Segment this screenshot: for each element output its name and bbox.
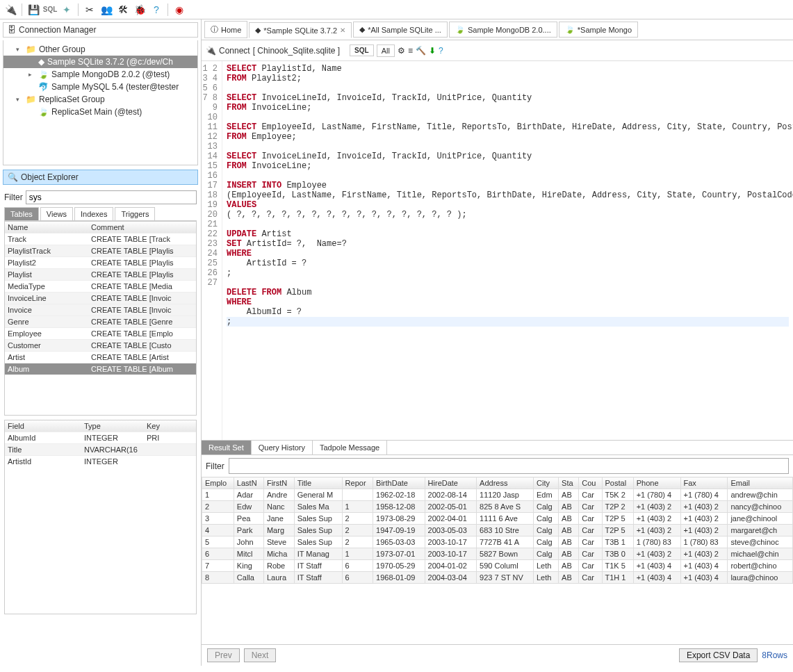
result-row[interactable]: 5JohnSteveSales Sup21965-03-032003-10-17… bbox=[202, 536, 793, 548]
editor-tab[interactable]: ⓘHome bbox=[204, 21, 247, 38]
tree-item[interactable]: ◆Sample SQLite 3.7.2 (@c:/dev/Ch bbox=[3, 56, 197, 68]
right-pane: ⓘHome◆*Sample SQLite 3.7.2✕◆*All Sample … bbox=[202, 19, 793, 666]
result-row[interactable]: 3PeaJaneSales Sup21973-08-292002-04-0111… bbox=[202, 513, 793, 525]
result-filter-label: Filter bbox=[206, 461, 224, 471]
fields-list[interactable]: FieldTypeKeyAlbumIdINTEGERPRITitleNVARCH… bbox=[4, 420, 197, 614]
result-row[interactable]: 7KingRobeIT Staff61970-05-292004-01-0259… bbox=[202, 560, 793, 572]
hammer-icon[interactable]: 🔨 bbox=[416, 46, 426, 56]
result-tab[interactable]: Query History bbox=[252, 441, 313, 454]
col-header[interactable]: Emplo bbox=[202, 477, 234, 489]
col-header[interactable]: Postal bbox=[602, 477, 633, 489]
connection-manager-header: 🗄 Connection Manager bbox=[3, 22, 198, 38]
col-header[interactable]: Phone bbox=[633, 477, 680, 489]
object-explorer-tabs: TablesViewsIndexesTriggers bbox=[4, 207, 197, 221]
tab-triggers[interactable]: Triggers bbox=[115, 207, 155, 220]
record-icon[interactable]: ◉ bbox=[172, 2, 187, 17]
help-icon[interactable]: ? bbox=[439, 46, 443, 56]
tree-group[interactable]: ▾📁ReplicaSet Group bbox=[3, 93, 197, 106]
result-row[interactable]: 1AdarAndreGeneral M1962-02-182002-08-141… bbox=[202, 489, 793, 501]
home-icon: ⓘ bbox=[211, 24, 218, 35]
sql-icon[interactable]: SQL bbox=[42, 2, 58, 17]
table-row[interactable]: GenreCREATE TABLE [Genre bbox=[5, 316, 196, 328]
tab-indexes[interactable]: Indexes bbox=[74, 207, 114, 220]
connect-label[interactable]: Connect bbox=[219, 46, 250, 56]
table-row[interactable]: ArtistCREATE TABLE [Artist bbox=[5, 352, 196, 363]
export-csv-button[interactable]: Export CSV Data bbox=[679, 648, 758, 662]
col-header[interactable]: Repor bbox=[342, 477, 373, 489]
field-row[interactable]: TitleNVARCHAR(16 bbox=[5, 444, 196, 456]
tables-list[interactable]: NameCommentTrackCREATE TABLE [TrackPlayl… bbox=[4, 221, 197, 416]
editor-tab[interactable]: ◆*Sample SQLite 3.7.2✕ bbox=[249, 22, 352, 38]
col-header[interactable]: Fax bbox=[680, 477, 728, 489]
col-header[interactable]: Address bbox=[477, 477, 534, 489]
col-header[interactable]: FirstN bbox=[263, 477, 294, 489]
sql-icon: ◆ bbox=[255, 26, 261, 35]
col-header[interactable]: HireDate bbox=[425, 477, 477, 489]
tree-item[interactable]: 🍃ReplicaSet Main (@test) bbox=[3, 106, 197, 118]
table-row[interactable]: PlaylistTrackCREATE TABLE [Playlis bbox=[5, 245, 196, 257]
col-header[interactable]: LastN bbox=[234, 477, 263, 489]
table-row[interactable]: MediaTypeCREATE TABLE [Media bbox=[5, 281, 196, 293]
format-icon[interactable]: ≡ bbox=[408, 46, 413, 56]
table-row[interactable]: Playlist2CREATE TABLE [Playlis bbox=[5, 257, 196, 269]
result-row[interactable]: 4ParkMargSales Sup21947-09-192003-05-036… bbox=[202, 525, 793, 536]
run-icon[interactable]: ✦ bbox=[59, 2, 74, 17]
editor-tab[interactable]: 🍃*Sample Mongo bbox=[559, 22, 638, 38]
connect-icon: 🔌 bbox=[206, 46, 216, 56]
editor-tab[interactable]: ◆*All Sample SQLite ... bbox=[353, 22, 448, 38]
field-row[interactable]: AlbumIdINTEGERPRI bbox=[5, 432, 196, 444]
filter-input[interactable] bbox=[26, 190, 197, 204]
all-chip[interactable]: All bbox=[377, 44, 395, 57]
col-header[interactable]: Cou bbox=[579, 477, 602, 489]
result-filter-input[interactable] bbox=[229, 458, 789, 474]
tab-tables[interactable]: Tables bbox=[4, 207, 39, 220]
col-header[interactable]: Title bbox=[294, 477, 342, 489]
connect-icon[interactable]: 🔌 bbox=[3, 2, 18, 17]
tree-item[interactable]: ▸🍃Sample MongoDB 2.0.2 (@test) bbox=[3, 68, 197, 81]
connection-tree[interactable]: ▾📁Other Group◆Sample SQLite 3.7.2 (@c:/d… bbox=[3, 40, 198, 165]
table-row[interactable]: PlaylistCREATE TABLE [Playlis bbox=[5, 269, 196, 281]
col-header[interactable]: City bbox=[534, 477, 559, 489]
connection-manager-title: Connection Manager bbox=[19, 25, 96, 35]
mongo-icon: 🍃 bbox=[455, 25, 465, 34]
mongo-icon: 🍃 bbox=[565, 25, 575, 34]
result-grid[interactable]: EmploLastNFirstNTitleReporBirthDateHireD… bbox=[202, 477, 793, 644]
col-header[interactable]: Sta bbox=[559, 477, 579, 489]
table-row[interactable]: TrackCREATE TABLE [Track bbox=[5, 233, 196, 245]
result-tab[interactable]: Tadpole Message bbox=[313, 441, 387, 454]
table-row[interactable]: InvoiceLineCREATE TABLE [Invoic bbox=[5, 293, 196, 304]
table-row[interactable]: AlbumCREATE TABLE [Album bbox=[5, 363, 196, 375]
tab-views[interactable]: Views bbox=[40, 207, 73, 220]
result-row[interactable]: 2EdwNancSales Ma11958-12-082002-05-01825… bbox=[202, 501, 793, 513]
col-header[interactable]: BirthDate bbox=[373, 477, 425, 489]
editor-tabs: ⓘHome◆*Sample SQLite 3.7.2✕◆*All Sample … bbox=[202, 19, 793, 40]
bug-icon[interactable]: 🐞 bbox=[132, 2, 147, 17]
table-row[interactable]: EmployeeCREATE TABLE [Emplo bbox=[5, 328, 196, 340]
next-button[interactable]: Next bbox=[244, 648, 277, 662]
sql-chip[interactable]: SQL bbox=[350, 44, 374, 56]
result-tabs: Result SetQuery HistoryTadpole Message bbox=[202, 440, 793, 455]
gear-icon[interactable]: ⚙ bbox=[398, 46, 405, 56]
users-icon[interactable]: 👥 bbox=[99, 2, 114, 17]
filter-label: Filter bbox=[4, 192, 23, 202]
tools-icon[interactable]: ✂ bbox=[82, 2, 97, 17]
col-header[interactable]: Email bbox=[728, 477, 793, 489]
table-row[interactable]: CustomerCREATE TABLE [Custo bbox=[5, 340, 196, 352]
field-row[interactable]: ArtistIdINTEGER bbox=[5, 456, 196, 467]
close-icon[interactable]: ✕ bbox=[340, 26, 345, 34]
tree-item[interactable]: 🐬Sample MySQL 5.4 (tester@tester bbox=[3, 81, 197, 93]
save-icon[interactable]: 💾 bbox=[26, 2, 41, 17]
sql-editor[interactable]: 1 2 3 4 5 6 7 8 9 10 11 12 13 14 15 16 1… bbox=[202, 61, 793, 440]
prev-button[interactable]: Prev bbox=[207, 648, 240, 662]
editor-tab[interactable]: 🍃Sample MongoDB 2.0.... bbox=[449, 22, 557, 38]
settings-icon[interactable]: 🛠 bbox=[115, 2, 131, 17]
explorer-icon: 🔍 bbox=[8, 172, 18, 182]
download-icon[interactable]: ⬇ bbox=[429, 46, 436, 56]
db-icon: 🗄 bbox=[8, 25, 16, 35]
result-row[interactable]: 6MitclMichaIT Manag11973-07-012003-10-17… bbox=[202, 548, 793, 560]
result-tab[interactable]: Result Set bbox=[202, 441, 252, 454]
tree-group[interactable]: ▾📁Other Group bbox=[3, 43, 197, 56]
help-icon[interactable]: ? bbox=[149, 2, 164, 17]
table-row[interactable]: InvoiceCREATE TABLE [Invoic bbox=[5, 304, 196, 316]
result-row[interactable]: 8CallaLauraIT Staff61968-01-092004-03-04… bbox=[202, 572, 793, 584]
